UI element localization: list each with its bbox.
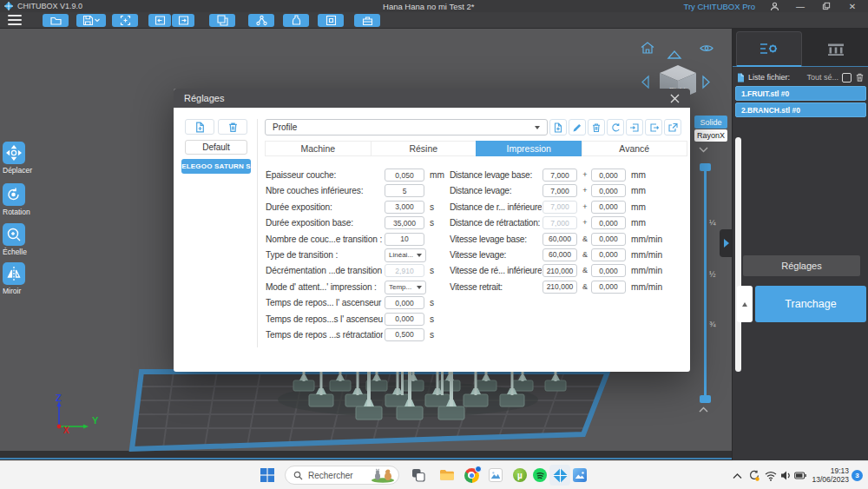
slider-collapse-icon[interactable]	[699, 147, 708, 153]
clip-slider-track[interactable]	[704, 168, 707, 399]
tray-sync-icon[interactable]	[747, 461, 760, 489]
resin-detect-button[interactable]	[283, 14, 309, 27]
spotify-button[interactable]	[529, 465, 550, 486]
profile-dropdown[interactable]: Profile	[265, 119, 548, 135]
start-button[interactable]	[257, 465, 278, 486]
import-profile-button[interactable]	[626, 119, 643, 135]
param-input[interactable]	[591, 233, 626, 246]
close-button[interactable]: ✕	[845, 1, 859, 11]
support-edit-button[interactable]	[248, 14, 274, 27]
delete-machine-button[interactable]	[218, 119, 247, 135]
chitubox-taskbar-button[interactable]	[549, 465, 570, 486]
tray-volume-icon[interactable]	[780, 461, 792, 489]
add-machine-button[interactable]	[185, 119, 214, 135]
param-input[interactable]	[542, 281, 577, 294]
param-input[interactable]	[542, 233, 577, 246]
param-input[interactable]	[542, 169, 577, 182]
tab-machine[interactable]: Machine	[265, 141, 372, 156]
default-machine-button[interactable]: Default	[185, 140, 247, 155]
file-item[interactable]: 2.BRANCH.stl #0	[735, 102, 866, 117]
param-input[interactable]	[591, 248, 626, 261]
redo-button[interactable]	[172, 14, 194, 27]
param-input[interactable]	[385, 313, 424, 326]
try-pro-link[interactable]: Try CHITUBOX Pro	[683, 2, 755, 11]
taskbar-search[interactable]: Rechercher	[285, 466, 399, 485]
param-input[interactable]	[591, 184, 626, 197]
export-profile-button[interactable]	[645, 119, 662, 135]
share-profile-button[interactable]	[664, 119, 681, 135]
clone-button[interactable]	[209, 14, 235, 27]
scale-tool-button[interactable]	[3, 223, 25, 246]
restore-button[interactable]	[819, 1, 833, 11]
clip-slider-handle-bottom[interactable]	[700, 395, 711, 403]
delete-profile-button[interactable]	[588, 119, 605, 135]
tab-resin[interactable]: Résine	[371, 141, 477, 156]
home-view-icon[interactable]	[641, 42, 654, 54]
menu-button[interactable]	[8, 15, 22, 25]
param-input[interactable]	[591, 216, 626, 229]
panel-expand-handle[interactable]	[720, 229, 733, 257]
param-input[interactable]	[385, 201, 424, 214]
file-explorer-button[interactable]	[437, 465, 457, 486]
undo-button[interactable]	[148, 14, 171, 27]
tab-print[interactable]: Impression	[476, 141, 582, 156]
rotate-tool-button[interactable]	[3, 183, 25, 206]
param-input[interactable]	[591, 264, 626, 277]
param-input[interactable]	[542, 248, 577, 261]
tray-wifi-icon[interactable]	[765, 461, 777, 489]
move-tool-button[interactable]	[3, 142, 25, 164]
photos-button[interactable]	[569, 465, 590, 486]
param-input[interactable]	[591, 169, 626, 182]
slider-expand-icon[interactable]	[699, 406, 708, 413]
param-input[interactable]	[385, 169, 424, 182]
machine-item-selected[interactable]: ELEGOO SATURN S	[181, 159, 251, 174]
param-input[interactable]	[385, 216, 424, 229]
edit-profile-button[interactable]	[569, 119, 586, 135]
param-dropdown[interactable]: Temp...	[385, 281, 426, 294]
param-input[interactable]	[385, 233, 424, 246]
tab-advanced[interactable]: Avancé	[582, 141, 688, 156]
tab-settings-list[interactable]	[736, 31, 802, 67]
file-item[interactable]: 1.FRUIT.stl #0	[735, 86, 866, 101]
add-profile-button[interactable]	[549, 119, 567, 135]
media-app-button[interactable]	[485, 465, 506, 486]
param-input[interactable]	[591, 281, 626, 294]
minimize-button[interactable]: —	[793, 1, 807, 11]
open-file-button[interactable]	[43, 14, 69, 27]
tray-battery-icon[interactable]	[794, 461, 807, 489]
panel-scrollbar[interactable]	[735, 137, 741, 372]
chrome-button[interactable]	[461, 465, 482, 486]
view-mode-xray-button[interactable]: RayonX	[694, 129, 727, 142]
settings-button[interactable]: Réglages	[743, 255, 860, 276]
dialog-title-bar[interactable]: Réglages	[174, 89, 690, 108]
toolbox-button[interactable]	[354, 14, 380, 27]
slice-options-button[interactable]	[737, 286, 753, 322]
clip-slider-handle-top[interactable]	[700, 163, 711, 171]
param-input[interactable]	[385, 296, 424, 309]
rotate-left-arrow-icon[interactable]	[641, 75, 650, 89]
param-input[interactable]	[542, 184, 577, 197]
param-input[interactable]	[385, 328, 424, 341]
account-icon[interactable]	[767, 1, 781, 11]
task-view-button[interactable]	[408, 465, 429, 486]
tab-support[interactable]	[806, 31, 866, 67]
dialog-close-icon[interactable]	[670, 94, 680, 103]
save-button[interactable]	[76, 14, 106, 27]
param-input[interactable]	[385, 184, 424, 197]
param-input[interactable]	[591, 201, 626, 214]
rotate-up-arrow-icon[interactable]	[667, 50, 682, 59]
param-input[interactable]	[542, 264, 577, 277]
hollow-button[interactable]	[318, 14, 344, 27]
notification-badge[interactable]: 3	[852, 470, 863, 481]
select-all-checkbox[interactable]	[842, 73, 852, 83]
tray-chevron-button[interactable]	[733, 461, 742, 489]
rotate-right-arrow-icon[interactable]	[701, 75, 711, 89]
reset-profile-button[interactable]	[607, 119, 624, 135]
mirror-tool-button[interactable]	[3, 262, 25, 285]
utorrent-button[interactable]: µ	[510, 465, 530, 486]
param-dropdown[interactable]: Linéai...	[385, 248, 426, 262]
tray-clock[interactable]: 19:13 13/06/2023	[807, 466, 849, 484]
slice-button[interactable]: Tranchage	[755, 286, 866, 322]
delete-files-icon[interactable]	[855, 72, 865, 83]
eye-view-icon[interactable]	[700, 43, 713, 53]
